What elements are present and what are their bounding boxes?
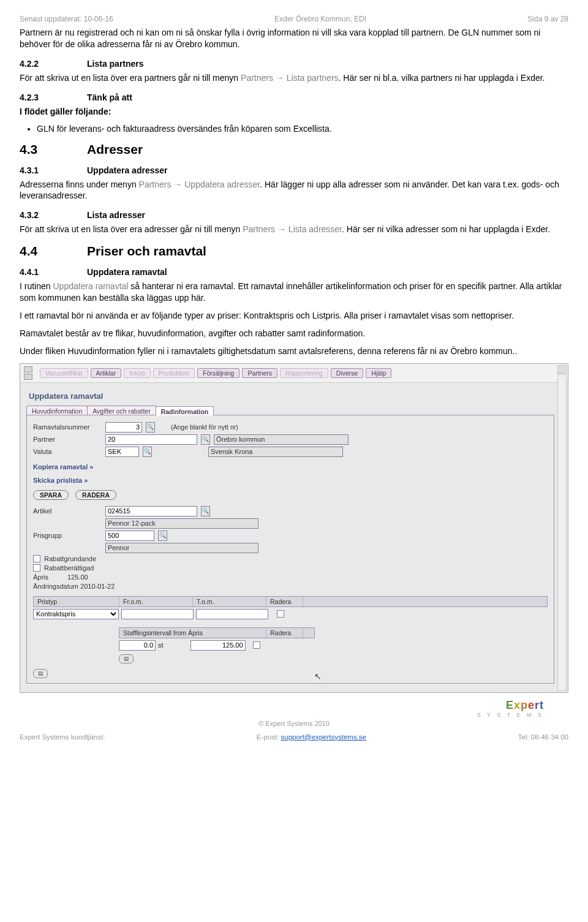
menu-hjalp[interactable]: Hjälp [366, 368, 391, 378]
input-tom[interactable] [196, 609, 268, 619]
heading-4-2-3: 4.2.3Tänk på att [20, 93, 568, 102]
col-from: Fr.o.m. [119, 597, 193, 606]
footer-left: Expert Systems kundtjänst: [20, 733, 105, 741]
s422-paragraph: För att skriva ut en lista över era part… [20, 72, 568, 84]
routine-name: Uppdatera ramavtal [53, 281, 128, 291]
col-radera: Radera [266, 597, 303, 606]
button-spara[interactable]: SPARA [33, 490, 69, 500]
col-staffling: Stafflingsintervall from Ápris [119, 628, 266, 638]
tab-avgifter[interactable]: Avgifter och rabatter [87, 406, 156, 415]
input-valuta[interactable] [105, 447, 139, 457]
lookup-icon[interactable]: 🔍 [158, 531, 167, 541]
heading-4-4: 4.4Priser och ramavtal [20, 244, 568, 259]
list-item: GLN för leverans- och fakturaadress över… [37, 124, 568, 134]
cursor-icon: ↖ [314, 671, 322, 681]
heading-text: Uppdatera ramavtal [87, 267, 167, 277]
app-screenshot: Varucertifikat Artiklar Inköp Produktion… [20, 363, 568, 693]
heading-4-3-1: 4.3.1Uppdatera adresser [20, 165, 568, 175]
heading-num: 4.3 [20, 142, 87, 157]
tab-radinformation[interactable]: Radinformation [156, 406, 214, 415]
heading-num: 4.3.2 [20, 210, 87, 220]
checkbox-radera-staff[interactable] [253, 641, 260, 649]
lookup-icon[interactable]: 🔍 [143, 447, 152, 457]
intro-paragraph: Partnern är nu registrerad och ni kan om… [20, 27, 568, 50]
text: E-post: [257, 733, 281, 741]
menu-rapportering[interactable]: Rapportering [280, 368, 328, 378]
s441-p1: I rutinen Uppdatera ramavtal så hanterar… [20, 281, 568, 304]
toolbar-icons [24, 366, 32, 380]
add-row-icon[interactable]: ▤ [119, 654, 134, 663]
add-row-icon[interactable]: ▤ [33, 669, 48, 678]
s431-paragraph: Adresserna finns under menyn Partners → … [20, 179, 568, 202]
home-icon[interactable] [24, 366, 32, 372]
text: . Här ser ni bl.a. vilka partners ni har… [339, 73, 545, 83]
readonly-prisgrupp-name [105, 543, 258, 553]
heading-num: 4.4 [20, 244, 87, 259]
lookup-icon[interactable]: 🔍 [201, 434, 210, 445]
heading-num: 4.2.2 [20, 59, 87, 69]
menu-partners[interactable]: Partners [242, 368, 277, 378]
readonly-partner-name [214, 434, 349, 445]
col-radera2: Radera [266, 628, 303, 638]
tab-huvudinformation[interactable]: Huvudinformation [26, 406, 88, 415]
label-artikel: Artikel [33, 507, 102, 515]
menu-produktion[interactable]: Produktion [153, 368, 195, 378]
heading-text: Priser och ramavtal [87, 244, 206, 258]
menu-path: Partners → Lista partners [241, 73, 339, 83]
readonly-valuta-name [208, 447, 343, 457]
grid-row-pristyp: Kontraktspris [33, 607, 548, 621]
menu-path: Partners → Uppdatera adresser [139, 179, 260, 189]
tab-bar: Huvudinformation Avgifter och rabatter R… [26, 406, 554, 415]
grid-row-add: ▤ [119, 652, 548, 665]
input-ramavtalsnummer[interactable] [105, 422, 142, 433]
menu-inkop[interactable]: Inköp [124, 368, 151, 378]
heading-4-3-2: 4.3.2Lista adresser [20, 210, 568, 220]
form-panel: Ramavtalsnummer 🔍 (Ange blankt för nytt … [26, 415, 554, 684]
input-staff-apris[interactable] [190, 640, 246, 651]
page-footer: Expert Systems kundtjänst: E-post: suppo… [0, 732, 588, 747]
menu-varucertifikat[interactable]: Varucertifikat [40, 368, 88, 378]
link-skicka-prislista[interactable]: Skicka prislista » [33, 477, 548, 484]
text: Adresserna finns under menyn [20, 179, 139, 189]
copyright: © Expert Systems 2010 [20, 720, 568, 727]
checkbox-rabattgrundande[interactable] [33, 555, 40, 562]
label-valuta: Valuta [33, 448, 102, 455]
input-from[interactable] [121, 609, 194, 619]
note-ramavtalsnummer: (Ange blankt för nytt nr) [171, 423, 238, 431]
header-pagenum: Sida 9 av 28 [527, 15, 568, 23]
link-kopiera-ramavtal[interactable]: Kopiera ramavtal » [33, 463, 548, 470]
footer-email-link[interactable]: support@expertsystems.se [281, 733, 366, 741]
logo-expert: Expert [477, 699, 544, 712]
menu-artiklar[interactable]: Artiklar [91, 368, 122, 378]
input-artikel[interactable] [105, 506, 197, 516]
text: . Här ser ni vilka adresser som ni har u… [342, 224, 550, 234]
heading-num: 4.2.3 [20, 93, 87, 102]
footer-right: Tel: 08-46 34 00 [518, 733, 568, 741]
select-pristyp[interactable]: Kontraktspris [33, 609, 119, 619]
list-icon[interactable] [24, 374, 32, 380]
heading-text: Lista adresser [87, 210, 145, 220]
label-apris: Ápris [33, 573, 64, 581]
app-title: Uppdatera ramavtal [26, 387, 554, 406]
heading-text: Lista partners [87, 59, 144, 69]
input-staff-from[interactable] [119, 640, 156, 651]
lookup-icon[interactable]: 🔍 [201, 506, 210, 516]
input-prisgrupp[interactable] [105, 531, 154, 541]
unit-st: st [158, 641, 164, 649]
button-radera[interactable]: RADERA [75, 490, 116, 500]
scroll-up-icon[interactable] [558, 366, 566, 374]
lookup-icon[interactable]: 🔍 [146, 422, 155, 433]
scrollbar[interactable] [557, 365, 567, 691]
checkbox-rabattberattigad[interactable] [33, 564, 40, 572]
readonly-artikel-name [105, 518, 258, 529]
heading-text: Tänk på att [87, 93, 132, 102]
menu-forsaljning[interactable]: Försäljning [197, 368, 239, 378]
label-rabattberattigad: Rabattberättigad [44, 564, 94, 572]
checkbox-radera-row[interactable] [277, 610, 284, 618]
menu-diverse[interactable]: Diverse [331, 368, 364, 378]
label-prisgrupp: Prisgrupp [33, 532, 102, 539]
col-pristyp: Pristyp [34, 597, 119, 606]
heading-4-2-2: 4.2.2Lista partners [20, 59, 568, 69]
input-partner[interactable] [105, 434, 197, 445]
s423-lead: I flödet gäller följande: [20, 106, 568, 118]
